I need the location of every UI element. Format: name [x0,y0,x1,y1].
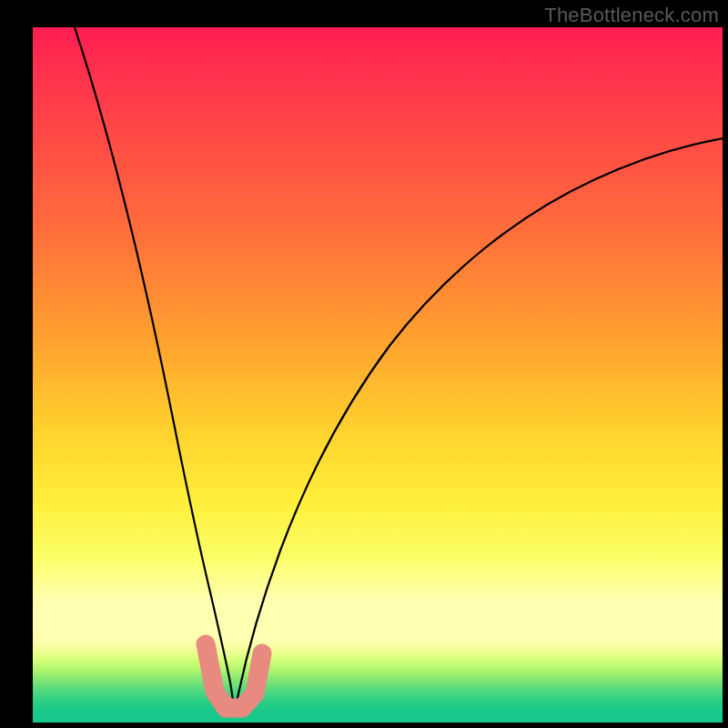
curve-layer [33,27,723,723]
optimal-range-highlight [206,644,262,708]
curve-left-branch [73,27,235,712]
watermark-text: TheBottleneck.com [544,4,719,27]
curve-right-branch [235,136,723,712]
plot-area [33,27,723,723]
chart-frame: TheBottleneck.com [0,0,728,728]
